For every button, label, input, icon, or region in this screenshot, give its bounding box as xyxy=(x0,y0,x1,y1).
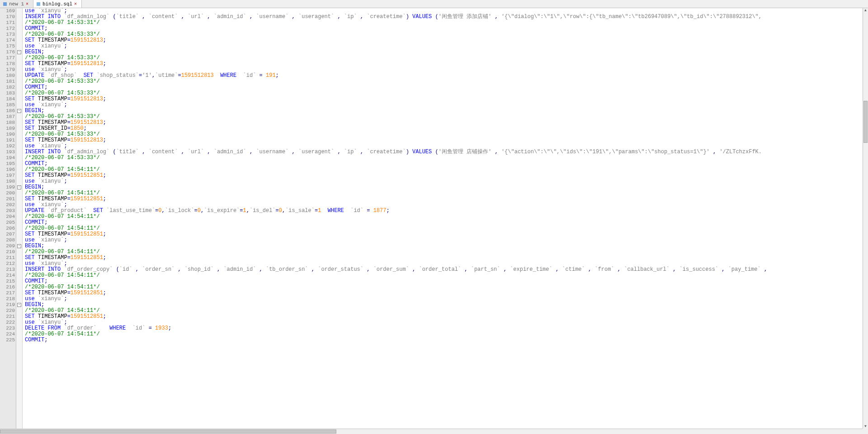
code-line[interactable]: SET TIMESTAMP=1591512813; xyxy=(23,120,863,126)
file-icon xyxy=(3,2,7,6)
fold-toggle[interactable]: - xyxy=(17,50,21,54)
code-line[interactable]: /*2020-06-07 14:54:11*/ xyxy=(23,308,863,314)
code-line[interactable]: /*2020-06-07 14:53:33*/ xyxy=(23,79,863,85)
code-line[interactable]: use `xianyu`; xyxy=(23,237,863,243)
code-line[interactable]: /*2020-06-07 14:54:11*/ xyxy=(23,226,863,231)
code-line[interactable]: SET TIMESTAMP=1591512851; xyxy=(23,255,863,261)
code-line[interactable]: use `xianyu`; xyxy=(23,179,863,184)
horizontal-scrollbar[interactable] xyxy=(0,429,863,434)
tab-label: binlog.sql xyxy=(42,1,72,7)
code-line[interactable]: COMMIT; xyxy=(23,85,863,90)
code-line[interactable]: SET TIMESTAMP=1591512851; xyxy=(23,231,863,237)
code-line[interactable]: COMMIT; xyxy=(23,26,863,32)
fold-toggle[interactable]: - xyxy=(17,244,21,248)
code-line[interactable]: /*2020-06-07 14:53:33*/ xyxy=(23,32,863,38)
code-line[interactable]: /*2020-06-07 14:54:11*/ xyxy=(23,284,863,290)
fold-column: ----- xyxy=(16,8,23,429)
code-line[interactable]: BEGIN; xyxy=(23,108,863,114)
code-line[interactable]: SET TIMESTAMP=1591512851; xyxy=(23,314,863,320)
code-line[interactable]: COMMIT; xyxy=(23,278,863,284)
code-line[interactable]: use `xianyu`; xyxy=(23,43,863,49)
vertical-scroll-thumb[interactable] xyxy=(863,101,868,143)
line-number-gutter: 1691701711721731741751761771781791801811… xyxy=(0,8,16,429)
code-line[interactable]: COMMIT; xyxy=(23,161,863,167)
code-line[interactable]: SET TIMESTAMP=1591512813; xyxy=(23,137,863,143)
code-line[interactable]: SET TIMESTAMP=1591512851; xyxy=(23,173,863,179)
tab-bar: new 1 × binlog.sql × xyxy=(0,0,868,8)
scroll-corner xyxy=(863,429,868,434)
code-line[interactable]: INSERT INTO `df_admin_log` (`title` , `c… xyxy=(23,149,863,155)
code-line[interactable]: INSERT INTO `df_admin_log` (`title` , `c… xyxy=(23,14,863,20)
code-line[interactable]: /*2020-06-07 14:53:33*/ xyxy=(23,55,863,61)
file-icon xyxy=(36,2,41,6)
svg-rect-0 xyxy=(3,2,7,6)
code-editor[interactable]: 1691701711721731741751761771781791801811… xyxy=(0,8,863,429)
code-line[interactable]: use `xianyu`; xyxy=(23,296,863,302)
code-line[interactable]: /*2020-06-07 14:54:11*/ xyxy=(23,331,863,337)
code-line[interactable]: UPDATE `df_product` SET `last_use_time`=… xyxy=(23,208,863,214)
code-line[interactable]: SET TIMESTAMP=1591512813; xyxy=(23,38,863,43)
code-line[interactable]: UPDATE `df_shop` SET `shop_status`='1',`… xyxy=(23,73,863,79)
code-line[interactable]: COMMIT; xyxy=(23,337,863,343)
code-line[interactable]: SET TIMESTAMP=1591512851; xyxy=(23,196,863,202)
code-line[interactable]: SET TIMESTAMP=1591512813; xyxy=(23,61,863,67)
code-line[interactable]: COMMIT; xyxy=(23,220,863,226)
code-line[interactable]: BEGIN; xyxy=(23,184,863,190)
fold-toggle[interactable]: - xyxy=(17,303,21,307)
code-line[interactable]: BEGIN; xyxy=(23,243,863,249)
code-line[interactable]: SET INSERT_ID=1850; xyxy=(23,126,863,132)
horizontal-scroll-thumb[interactable] xyxy=(0,429,336,434)
code-line[interactable]: /*2020-06-07 14:53:31*/ xyxy=(23,20,863,26)
code-line[interactable]: /*2020-06-07 14:53:33*/ xyxy=(23,114,863,120)
code-line[interactable]: SET TIMESTAMP=1591512813; xyxy=(23,96,863,102)
close-icon[interactable]: × xyxy=(26,2,30,6)
code-line[interactable]: /*2020-06-07 14:54:11*/ xyxy=(23,273,863,278)
code-line[interactable]: /*2020-06-07 14:54:11*/ xyxy=(23,190,863,196)
code-line[interactable]: DELETE FROM `df_order` WHERE `id` = 1933… xyxy=(23,326,863,331)
scroll-down-icon[interactable]: ▼ xyxy=(863,424,868,429)
code-content[interactable]: use `xianyu`;INSERT INTO `df_admin_log` … xyxy=(23,8,863,429)
code-line[interactable]: SET TIMESTAMP=1591512851; xyxy=(23,290,863,296)
vertical-scrollbar[interactable]: ▲ ▼ xyxy=(863,8,868,429)
code-line[interactable]: /*2020-06-07 14:53:33*/ xyxy=(23,155,863,161)
code-line[interactable]: /*2020-06-07 14:54:11*/ xyxy=(23,214,863,220)
scroll-up-icon[interactable]: ▲ xyxy=(863,8,868,13)
svg-rect-1 xyxy=(37,2,40,6)
code-line[interactable]: BEGIN; xyxy=(23,302,863,308)
tab-binlog-sql[interactable]: binlog.sql × xyxy=(33,0,82,8)
code-line[interactable]: /*2020-06-07 14:54:11*/ xyxy=(23,167,863,173)
fold-toggle[interactable]: - xyxy=(17,109,21,113)
code-line[interactable]: INSERT INTO `df_order_copy` (`id` , `ord… xyxy=(23,267,863,273)
code-line[interactable]: BEGIN; xyxy=(23,49,863,55)
code-line[interactable]: /*2020-06-07 14:53:33*/ xyxy=(23,90,863,96)
tab-label: new 1 xyxy=(9,1,24,7)
close-icon[interactable]: × xyxy=(74,2,79,6)
code-line[interactable]: /*2020-06-07 14:53:33*/ xyxy=(23,132,863,137)
tab-new-1[interactable]: new 1 × xyxy=(0,0,33,8)
fold-toggle[interactable]: - xyxy=(17,185,21,189)
code-line[interactable]: /*2020-06-07 14:54:11*/ xyxy=(23,249,863,255)
code-line[interactable]: use `xianyu`; xyxy=(23,102,863,108)
